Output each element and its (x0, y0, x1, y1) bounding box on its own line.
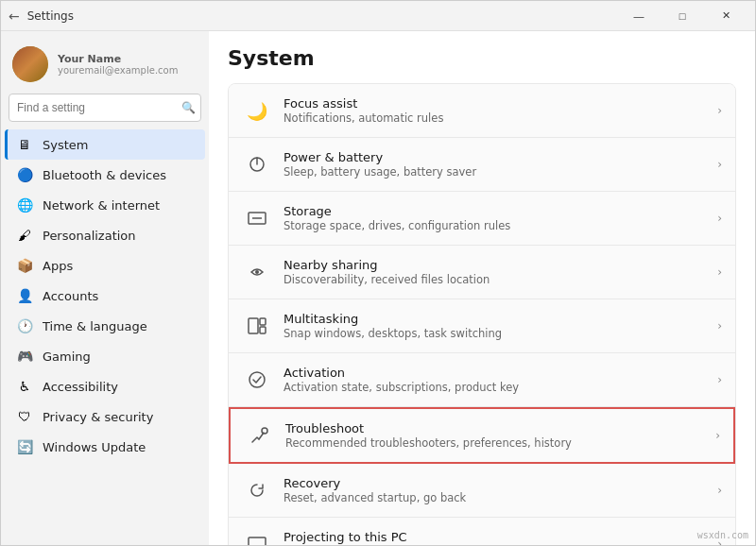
time-icon: 🕐 (16, 317, 33, 334)
sidebar-item-windows-update[interactable]: 🔄 Windows Update (5, 432, 205, 462)
settings-item-power[interactable]: Power & battery Sleep, battery usage, ba… (229, 138, 735, 192)
svg-point-7 (249, 372, 265, 387)
sidebar-item-label: Apps (43, 259, 73, 273)
window-controls: — □ ✕ (617, 1, 747, 31)
focus-assist-title: Focus assist (284, 96, 710, 111)
settings-item-activation[interactable]: Activation Activation state, subscriptio… (229, 353, 735, 407)
settings-item-projecting[interactable]: Projecting to this PC Permissions, pairi… (229, 518, 735, 545)
projecting-title: Projecting to this PC (284, 530, 710, 544)
power-text: Power & battery Sleep, battery usage, ba… (284, 150, 710, 179)
chevron-right-icon: › (717, 212, 722, 225)
settings-item-troubleshoot[interactable]: Troubleshoot Recommended troubleshooters… (229, 407, 735, 464)
sidebar-item-apps[interactable]: 📦 Apps (5, 250, 205, 281)
sidebar-item-accounts[interactable]: 👤 Accounts (5, 281, 205, 311)
maximize-button[interactable]: □ (661, 1, 704, 31)
apps-icon: 📦 (16, 257, 33, 274)
sidebar: Your Name youremail@example.com 🔍 🖥 Syst… (1, 31, 209, 545)
projecting-icon (242, 529, 272, 545)
avatar-image (12, 46, 48, 82)
search-input[interactable] (9, 94, 201, 122)
focus-assist-text: Focus assist Notifications, automatic ru… (284, 96, 710, 125)
chevron-right-icon: › (717, 265, 722, 279)
accounts-icon: 👤 (16, 287, 33, 304)
avatar (12, 46, 48, 82)
settings-list: 🌙 Focus assist Notifications, automatic … (228, 83, 736, 545)
sidebar-item-privacy[interactable]: 🛡 Privacy & security (5, 401, 205, 432)
chevron-right-icon: › (717, 484, 722, 497)
profile-email: youremail@example.com (58, 65, 178, 76)
search-box: 🔍 (9, 94, 201, 122)
nearby-icon (242, 257, 272, 287)
recovery-desc: Reset, advanced startup, go back (284, 491, 710, 504)
back-icon[interactable]: ← (9, 9, 20, 24)
settings-item-focus-assist[interactable]: 🌙 Focus assist Notifications, automatic … (229, 84, 735, 138)
profile-info: Your Name youremail@example.com (58, 53, 178, 76)
storage-text: Storage Storage space, drives, configura… (284, 204, 710, 232)
profile-name: Your Name (58, 53, 178, 65)
svg-point-8 (262, 428, 267, 434)
sidebar-item-bluetooth[interactable]: 🔵 Bluetooth & devices (5, 160, 205, 190)
focus-assist-desc: Notifications, automatic rules (284, 111, 710, 125)
power-icon (242, 149, 272, 179)
chevron-right-icon: › (717, 158, 722, 171)
nav-list: 🖥 System 🔵 Bluetooth & devices 🌐 Network… (1, 129, 209, 462)
recovery-icon (242, 475, 272, 505)
privacy-icon: 🛡 (16, 408, 33, 425)
power-desc: Sleep, battery usage, battery saver (284, 165, 710, 179)
recovery-text: Recovery Reset, advanced startup, go bac… (284, 476, 710, 504)
troubleshoot-text: Troubleshoot Recommended troubleshooters… (285, 421, 708, 450)
sidebar-item-label: Privacy & security (43, 410, 153, 424)
chevron-right-icon: › (717, 319, 722, 333)
gaming-icon: 🎮 (16, 348, 33, 365)
chevron-right-icon: › (717, 373, 722, 386)
svg-point-3 (255, 270, 259, 274)
settings-item-storage[interactable]: Storage Storage space, drives, configura… (229, 192, 735, 246)
multitasking-icon (242, 311, 272, 341)
sidebar-item-label: Accessibility (43, 380, 118, 394)
recovery-title: Recovery (284, 476, 710, 490)
close-button[interactable]: ✕ (704, 1, 747, 31)
troubleshoot-title: Troubleshoot (285, 421, 708, 435)
settings-item-recovery[interactable]: Recovery Reset, advanced startup, go bac… (229, 464, 735, 518)
focus-assist-icon: 🌙 (242, 95, 272, 126)
main-content: Your Name youremail@example.com 🔍 🖥 Syst… (1, 31, 755, 545)
multitasking-title: Multitasking (284, 312, 710, 326)
storage-desc: Storage space, drives, configuration rul… (284, 219, 710, 232)
system-icon: 🖥 (16, 136, 33, 153)
svg-rect-6 (260, 327, 266, 333)
sidebar-item-network[interactable]: 🌐 Network & internet (5, 190, 205, 220)
storage-title: Storage (284, 204, 710, 218)
sidebar-item-label: Windows Update (43, 440, 146, 454)
sidebar-item-time[interactable]: 🕐 Time & language (5, 311, 205, 341)
multitasking-text: Multitasking Snap windows, desktops, tas… (284, 312, 710, 340)
network-icon: 🌐 (16, 196, 33, 213)
activation-icon (242, 365, 272, 395)
troubleshoot-icon (244, 420, 274, 451)
accessibility-icon: ♿ (16, 378, 33, 395)
sidebar-item-personalization[interactable]: 🖌 Personalization (5, 220, 205, 250)
search-icon: 🔍 (181, 101, 196, 114)
page-title: System (228, 46, 736, 70)
minimize-button[interactable]: — (617, 1, 661, 31)
sidebar-profile: Your Name youremail@example.com (1, 39, 209, 94)
projecting-text: Projecting to this PC Permissions, pairi… (284, 530, 710, 545)
svg-rect-9 (249, 537, 266, 545)
settings-item-multitasking[interactable]: Multitasking Snap windows, desktops, tas… (229, 299, 735, 353)
title-bar: ← Settings — □ ✕ (1, 1, 755, 31)
settings-item-nearby[interactable]: Nearby sharing Discoverability, received… (229, 246, 735, 299)
activation-text: Activation Activation state, subscriptio… (284, 366, 710, 394)
bluetooth-icon: 🔵 (16, 166, 33, 183)
update-icon: 🔄 (16, 438, 33, 455)
sidebar-item-gaming[interactable]: 🎮 Gaming (5, 341, 205, 371)
nearby-text: Nearby sharing Discoverability, received… (284, 258, 710, 286)
svg-rect-4 (249, 318, 258, 333)
troubleshoot-desc: Recommended troubleshooters, preferences… (285, 436, 708, 450)
chevron-right-icon: › (715, 429, 720, 442)
watermark: wsxdn.com (697, 530, 748, 540)
chevron-right-icon: › (717, 104, 722, 117)
activation-desc: Activation state, subscriptions, product… (284, 381, 710, 394)
content-area: System 🌙 Focus assist Notifications, aut… (209, 31, 755, 545)
sidebar-item-accessibility[interactable]: ♿ Accessibility (5, 371, 205, 401)
power-title: Power & battery (284, 150, 710, 164)
sidebar-item-system[interactable]: 🖥 System (5, 129, 205, 160)
